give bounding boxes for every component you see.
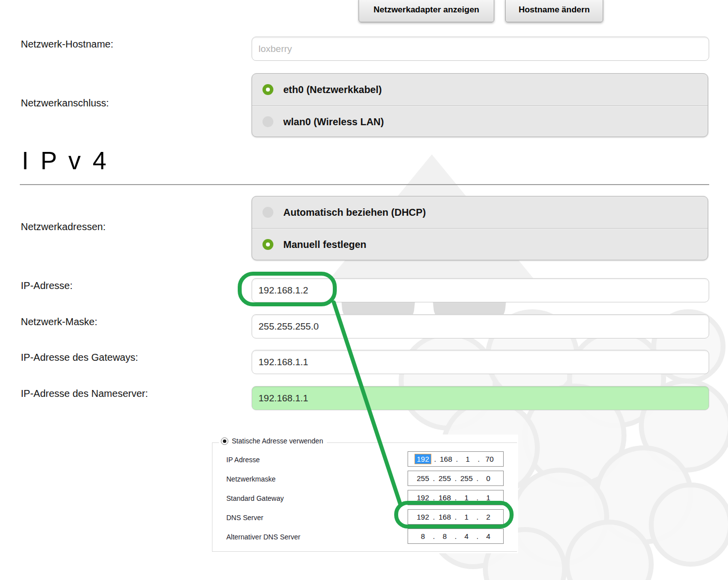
radio-unselected-icon xyxy=(262,207,273,218)
dialog-gateway-field: 192 . 168 . 1 . 1 xyxy=(408,490,504,505)
radio-option-label: Manuell festlegen xyxy=(283,239,366,250)
nameserver-label: IP-Adresse des Nameserver: xyxy=(21,388,148,399)
static-address-radio-label: Statische Adresse verwenden xyxy=(232,437,323,445)
dialog-gateway-label: Standard Gateway xyxy=(226,494,284,502)
dialog-ip-label: IP Adresse xyxy=(226,456,260,464)
selected-octet: 192 xyxy=(415,454,430,464)
hostname-input[interactable] xyxy=(252,37,709,61)
dialog-ip-field: 192 . 168 . 1 . 70 xyxy=(408,451,504,467)
radio-option-label: eth0 (Netzwerkkabel) xyxy=(283,84,382,96)
gateway-label: IP-Adresse des Gateways: xyxy=(21,352,138,363)
netmask-label: Netzwerk-Maske: xyxy=(21,316,97,328)
section-divider xyxy=(20,184,709,185)
radio-option-label: wlan0 (Wireless LAN) xyxy=(283,116,384,128)
radio-unselected-icon xyxy=(262,116,273,127)
dialog-mask-field: 255 . 255 . 255 . 0 xyxy=(408,471,504,486)
interface-label: Netzwerkanschluss: xyxy=(21,97,109,109)
netmask-input[interactable] xyxy=(252,314,709,338)
radio-option-eth0[interactable]: eth0 (Netzwerkkabel) xyxy=(252,74,708,105)
radio-option-manual[interactable]: Manuell festlegen xyxy=(252,228,708,260)
static-address-radio: Statische Adresse verwenden xyxy=(219,436,327,446)
ip-address-label: IP-Adresse: xyxy=(21,280,72,291)
radio-selected-icon xyxy=(262,239,273,250)
network-settings-page: Netzwerkadapter anzeigen Hostname ändern… xyxy=(0,0,728,580)
dialog-dns-field: 192 . 168 . 1 . 2 xyxy=(408,509,504,525)
embedded-config-screenshot: Statische Adresse verwenden IP Adresse N… xyxy=(212,435,518,553)
radio-option-wlan0[interactable]: wlan0 (Wireless LAN) xyxy=(252,105,708,138)
gateway-input[interactable] xyxy=(252,350,709,374)
dialog-dns-label: DNS Server xyxy=(226,514,263,522)
addresses-label: Netzwerkadressen: xyxy=(21,221,105,233)
show-network-adapters-button[interactable]: Netzwerkadapter anzeigen xyxy=(359,0,494,22)
dialog-altdns-label: Alternativer DNS Server xyxy=(226,533,300,541)
radio-selected-icon xyxy=(262,84,273,95)
hostname-label: Netzwerk-Hostname: xyxy=(21,39,113,50)
radio-option-dhcp[interactable]: Automatisch beziehen (DHCP) xyxy=(252,196,708,228)
ipv4-section-heading: I P v 4 xyxy=(22,146,109,175)
interface-radio-group: eth0 (Netzwerkkabel) wlan0 (Wireless LAN… xyxy=(252,73,708,137)
radio-selected-icon xyxy=(221,437,228,445)
address-mode-radio-group: Automatisch beziehen (DHCP) Manuell fest… xyxy=(252,196,708,260)
nameserver-input[interactable] xyxy=(252,386,709,410)
dialog-mask-label: Netzwerkmaske xyxy=(226,475,276,483)
change-hostname-button[interactable]: Hostname ändern xyxy=(505,0,603,22)
ip-address-input[interactable] xyxy=(252,278,709,302)
dialog-altdns-field: 8 . 8 . 4 . 4 xyxy=(408,529,504,544)
radio-option-label: Automatisch beziehen (DHCP) xyxy=(283,207,426,218)
